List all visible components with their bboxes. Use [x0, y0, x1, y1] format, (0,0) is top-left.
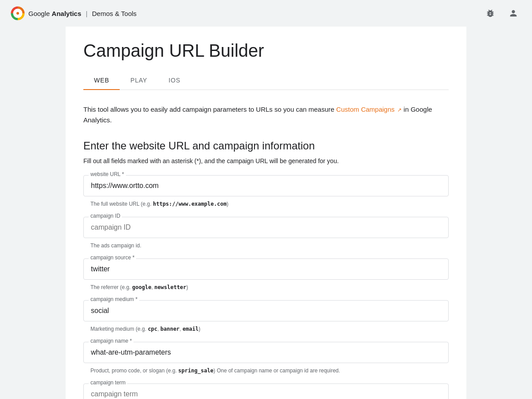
website-url-label: website URL * [89, 171, 126, 177]
header-divider: | [86, 10, 87, 17]
campaign-name-label: campaign name * [89, 338, 133, 344]
campaign-medium-help: Marketing medium (e.g. cpc, banner, emai… [83, 323, 449, 338]
ga-logo-icon [11, 6, 25, 20]
intro-text-before: This tool allows you to easily add campa… [83, 106, 334, 113]
campaign-term-input[interactable] [83, 383, 449, 399]
campaign-source-field-wrapper: campaign source * [83, 258, 449, 280]
website-url-help: The full website URL (e.g. https://www.e… [83, 198, 449, 213]
tabs-container: WEB PLAY IOS [83, 71, 449, 90]
intro-text: This tool allows you to easily add campa… [83, 104, 449, 125]
campaign-medium-label: campaign medium * [89, 296, 139, 302]
page-title: Campaign URL Builder [83, 27, 449, 71]
campaign-source-input[interactable] [83, 258, 449, 280]
campaign-source-help: The referrer (e.g. google, newsletter) [83, 282, 449, 297]
website-url-group: website URL * The full website URL (e.g.… [83, 175, 449, 213]
website-url-input[interactable] [83, 175, 449, 196]
campaign-term-field-wrapper: campaign term [83, 383, 449, 399]
website-url-field-wrapper: website URL * [83, 175, 449, 196]
main-content: Campaign URL Builder WEB PLAY IOS This t… [66, 27, 466, 399]
form-section-subtitle: Fill out all fields marked with an aster… [83, 157, 449, 164]
campaign-id-group: campaign ID The ads campaign id. [83, 217, 449, 255]
campaign-source-label: campaign source * [89, 254, 136, 261]
content-section: This tool allows you to easily add campa… [83, 90, 449, 399]
external-link-icon: ↗ [397, 106, 402, 114]
campaign-medium-input[interactable] [83, 300, 449, 321]
header-brand-text: Google Analytics | Demos & Tools [28, 10, 137, 17]
campaign-id-field-wrapper: campaign ID [83, 217, 449, 238]
svg-point-3 [16, 12, 19, 15]
bug-report-button[interactable] [482, 5, 498, 21]
tab-ios[interactable]: IOS [158, 71, 191, 90]
analytics-text: Analytics [52, 10, 82, 17]
campaign-id-label: campaign ID [89, 213, 122, 219]
header-icons [482, 5, 521, 21]
campaign-name-help: Product, promo code, or slogan (e.g. spr… [83, 365, 449, 380]
header-left: Google Analytics | Demos & Tools [11, 6, 137, 20]
demos-tools-text: Demos & Tools [92, 10, 137, 17]
user-account-button[interactable] [505, 5, 521, 21]
campaign-name-field-wrapper: campaign name * [83, 342, 449, 363]
campaign-medium-group: campaign medium * Marketing medium (e.g.… [83, 300, 449, 338]
form-section-title: Enter the website URL and campaign infor… [83, 140, 449, 152]
person-icon [509, 8, 518, 18]
campaign-term-group: campaign term Identify the paid keywords [83, 383, 449, 399]
app-container: Google Analytics | Demos & Tools Cam [0, 0, 532, 399]
campaign-name-group: campaign name * Product, promo code, or … [83, 342, 449, 380]
campaign-id-input[interactable] [83, 217, 449, 238]
google-text: Google [28, 10, 50, 17]
campaign-term-label: campaign term [89, 379, 127, 386]
campaign-source-group: campaign source * The referrer (e.g. goo… [83, 258, 449, 297]
custom-campaigns-link[interactable]: Custom Campaigns ↗ [336, 106, 403, 113]
campaign-id-help: The ads campaign id. [83, 240, 449, 255]
campaign-name-input[interactable] [83, 342, 449, 363]
header: Google Analytics | Demos & Tools [0, 0, 532, 27]
tab-web[interactable]: WEB [83, 71, 120, 90]
tab-play[interactable]: PLAY [120, 71, 158, 90]
bug-icon [485, 8, 495, 18]
campaign-medium-field-wrapper: campaign medium * [83, 300, 449, 321]
